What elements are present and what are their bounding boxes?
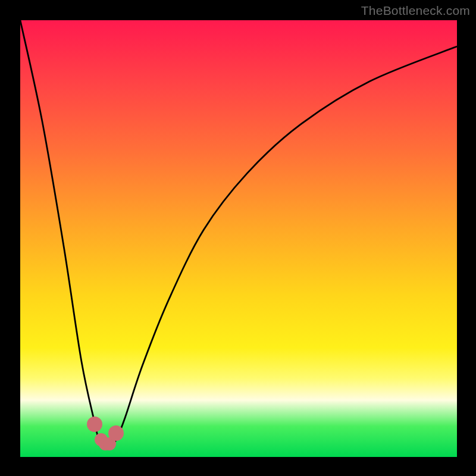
chart-plot-area xyxy=(20,20,457,457)
chart-frame: TheBottleneck.com xyxy=(0,0,476,476)
curve-marker xyxy=(87,416,102,432)
curve-marker xyxy=(108,425,124,441)
watermark-text: TheBottleneck.com xyxy=(361,4,470,18)
curve-path xyxy=(20,20,457,444)
bottleneck-curve xyxy=(20,20,457,457)
